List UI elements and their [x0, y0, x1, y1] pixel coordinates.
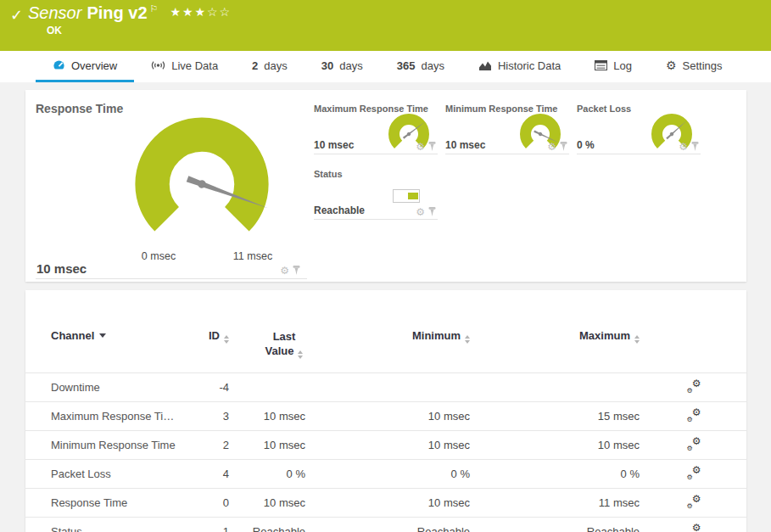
cell-maximum: 0 %	[472, 460, 641, 489]
tab-live-data[interactable]: Live Data	[134, 51, 235, 82]
cell-channel[interactable]: Packet Loss	[25, 460, 178, 489]
sensor-status-badge: OK	[47, 25, 62, 36]
gauge-icon	[53, 59, 65, 72]
table-row[interactable]: Minimum Response Time 2 10 msec 10 msec …	[25, 431, 746, 460]
tab-overview[interactable]: Overview	[36, 51, 134, 82]
cell-minimum: Reachable	[307, 518, 472, 532]
status-check-icon: ✓	[10, 6, 23, 25]
sort-icon	[298, 350, 303, 359]
channel-settings-icon[interactable]: ⚙⚙	[687, 467, 701, 479]
sensor-title: Ping v2	[87, 3, 147, 22]
cell-minimum: 10 msec	[307, 402, 472, 431]
table-row[interactable]: Response Time 0 10 msec 10 msec 11 msec …	[25, 489, 746, 518]
mini-gauge-value: Reachable	[314, 204, 365, 216]
response-time-gauge	[130, 112, 274, 256]
sort-desc-icon	[99, 333, 106, 338]
cell-maximum: 15 msec	[472, 402, 641, 431]
sort-icon	[224, 335, 229, 344]
cell-minimum: 10 msec	[307, 489, 472, 518]
tab-30-days[interactable]: 30 days	[304, 51, 380, 82]
channel-settings-icon[interactable]: ⚙⚙	[687, 380, 701, 393]
tab-365-days[interactable]: 365 days	[380, 51, 461, 82]
sort-icon	[465, 335, 470, 344]
table-row[interactable]: Packet Loss 4 0 % 0 % 0 % ⚙⚙	[25, 460, 746, 489]
gauge-min-label: 0 msec	[133, 250, 184, 262]
cell-channel[interactable]: Maximum Response Ti…	[25, 402, 178, 431]
gear-icon[interactable]: ⚙	[280, 266, 289, 275]
cell-id: 2	[178, 431, 231, 460]
cell-maximum	[472, 373, 641, 402]
mini-gauge-actions[interactable]: ⚙	[416, 142, 436, 151]
column-header-last-value[interactable]: Last Value	[231, 290, 307, 373]
mini-gauge-actions[interactable]: ⚙	[416, 207, 436, 216]
channels-table: Channel ID Last Value Minimum Maximum Do…	[25, 290, 746, 532]
gear-icon[interactable]: ⚙	[547, 143, 556, 151]
cell-last-value	[231, 373, 307, 402]
sort-icon	[634, 335, 640, 344]
pin-icon[interactable]	[293, 266, 300, 275]
mini-card-packet-loss: Packet Loss 0 % ⚙	[577, 101, 701, 154]
tab-log[interactable]: Log	[578, 51, 649, 82]
cell-channel[interactable]: Downtime	[25, 373, 178, 402]
channel-settings-icon[interactable]: ⚙⚙	[687, 409, 701, 422]
object-kind-label: Sensor	[28, 3, 81, 22]
mini-gauge-value: 10 msec	[445, 139, 485, 151]
gear-icon[interactable]: ⚙	[416, 143, 425, 151]
gauge-value: 10 msec	[36, 261, 87, 276]
flag-icon[interactable]: ⚐	[150, 3, 159, 14]
content-area: Response Time 0 msec 11 msec 10 msec ⚙ M…	[0, 82, 771, 532]
cell-id: 4	[178, 460, 231, 489]
channel-settings-icon[interactable]: ⚙⚙	[687, 496, 701, 508]
tab-settings[interactable]: ⚙ Settings	[649, 51, 740, 82]
channel-settings-icon[interactable]: ⚙⚙	[687, 524, 701, 532]
mini-card-maximum-response-time: Maximum Response Time 10 msec ⚙	[314, 101, 438, 154]
cell-minimum: 0 %	[307, 460, 472, 489]
pin-icon[interactable]	[428, 207, 436, 216]
gauge-actions[interactable]: ⚙	[280, 266, 300, 275]
sensor-page: ✓ SensorPing v2⚐★★★☆☆ OK Overview Live D…	[0, 0, 771, 532]
gear-icon[interactable]: ⚙	[416, 208, 425, 216]
mini-gauges-grid: Maximum Response Time 10 msec ⚙ Minimum …	[314, 100, 738, 282]
pin-icon[interactable]	[560, 142, 567, 151]
pin-icon[interactable]	[691, 142, 699, 151]
cell-channel[interactable]: Minimum Response Time	[25, 431, 178, 460]
gear-icon[interactable]: ⚙	[679, 143, 688, 151]
gauges-panel: Response Time 0 msec 11 msec 10 msec ⚙ M…	[25, 90, 746, 282]
mini-gauge-actions[interactable]: ⚙	[547, 142, 567, 151]
table-row[interactable]: Downtime -4 ⚙⚙	[25, 373, 746, 402]
cell-maximum: 10 msec	[472, 431, 641, 460]
gear-icon: ⚙	[666, 59, 677, 71]
table-row[interactable]: Status 1 Reachable Reachable Reachable ⚙…	[25, 518, 746, 532]
mini-card-minimum-response-time: Minimum Response Time 10 msec ⚙	[445, 101, 569, 154]
mini-gauge-actions[interactable]: ⚙	[679, 142, 699, 151]
sensor-header: ✓ SensorPing v2⚐★★★☆☆ OK	[0, 0, 771, 51]
cell-last-value: 0 %	[231, 460, 307, 489]
column-header-channel[interactable]: Channel	[25, 290, 178, 373]
channel-settings-icon[interactable]: ⚙⚙	[687, 438, 701, 451]
priority-stars-icon[interactable]: ★★★☆☆	[170, 5, 232, 19]
channels-panel: Channel ID Last Value Minimum Maximum Do…	[25, 290, 746, 532]
column-header-minimum[interactable]: Minimum	[307, 290, 472, 373]
cell-last-value: Reachable	[231, 518, 307, 532]
column-header-maximum[interactable]: Maximum	[472, 290, 641, 373]
cell-id: 0	[178, 489, 231, 518]
cell-channel[interactable]: Response Time	[25, 489, 178, 518]
table-row[interactable]: Maximum Response Ti… 3 10 msec 10 msec 1…	[25, 402, 746, 431]
mini-gauge-value: 10 msec	[314, 139, 354, 151]
column-header-id[interactable]: ID	[178, 290, 231, 373]
cell-channel[interactable]: Status	[25, 518, 178, 532]
cell-maximum: 11 msec	[472, 489, 641, 518]
channels-tbody: Downtime -4 ⚙⚙ Maximum Response Ti… 3 10…	[25, 373, 746, 532]
broadcast-icon	[151, 59, 165, 71]
cell-id: 3	[178, 402, 231, 431]
cell-last-value: 10 msec	[231, 402, 307, 431]
cell-id: 1	[178, 518, 231, 532]
chart-icon	[478, 60, 492, 71]
sensor-title-line: SensorPing v2⚐★★★☆☆	[28, 3, 232, 23]
mini-gauge-value: 0 %	[577, 139, 595, 151]
tab-historic-data[interactable]: Historic Data	[461, 51, 578, 82]
cell-maximum: Reachable	[472, 518, 641, 532]
response-time-gauge-card: Response Time 0 msec 11 msec 10 msec ⚙	[36, 100, 307, 279]
tab-2-days[interactable]: 2 days	[235, 51, 304, 82]
pin-icon[interactable]	[428, 142, 436, 151]
